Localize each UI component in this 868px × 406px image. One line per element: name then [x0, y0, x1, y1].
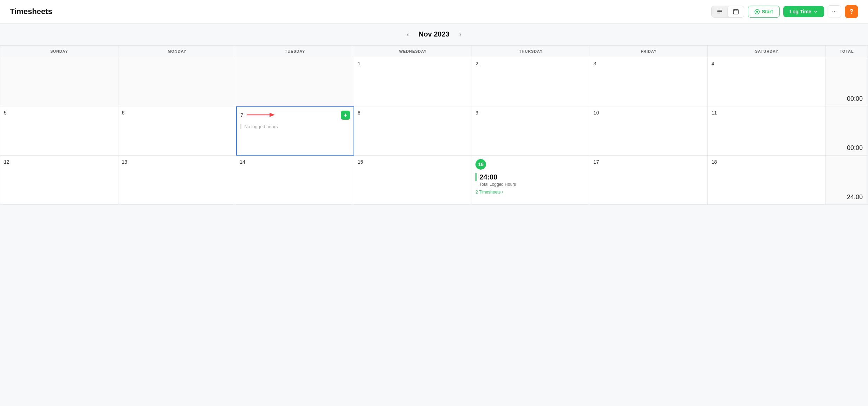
- svg-point-8: [756, 11, 758, 13]
- no-logged-hours-label: No logged hours: [240, 124, 350, 129]
- week2-total: 00:00: [826, 106, 868, 156]
- day-number-5: 5: [4, 110, 115, 116]
- cal-cell-nov16[interactable]: 16 24:00 Total Logged Hours 2 Timesheets…: [472, 156, 590, 205]
- calendar-container: SUNDAY MONDAY TUESDAY WEDNESDAY THURSDAY…: [0, 45, 868, 205]
- page-title: Timesheets: [10, 7, 52, 16]
- day-number-17: 17: [594, 159, 704, 165]
- today-circle: 16: [475, 159, 486, 170]
- cal-cell-nov5[interactable]: 5: [0, 106, 118, 156]
- day-number-15: 15: [358, 159, 468, 165]
- day-number-18: 18: [711, 159, 822, 165]
- svg-rect-3: [733, 9, 738, 14]
- day-number-7: 7 +: [240, 111, 350, 120]
- cal-cell-nov2[interactable]: 2: [472, 57, 590, 106]
- cal-cell-nov11[interactable]: 11: [708, 106, 826, 156]
- day-number-10: 10: [594, 110, 704, 116]
- view-toggle: [711, 6, 744, 18]
- app-header: Timesheets: [0, 0, 868, 24]
- calendar-grid: SUNDAY MONDAY TUESDAY WEDNESDAY THURSDAY…: [0, 45, 868, 205]
- day-number-8: 8: [358, 110, 468, 116]
- day-number-6: 6: [122, 110, 233, 116]
- col-sunday: SUNDAY: [0, 46, 118, 57]
- cal-cell-week1-sun[interactable]: [0, 57, 118, 106]
- header-actions: Start Log Time ··· ?: [711, 5, 858, 18]
- col-tuesday: TUESDAY: [236, 46, 354, 57]
- day-number-3: 3: [594, 61, 704, 66]
- week1-total: 00:00: [826, 57, 868, 106]
- cal-cell-nov4[interactable]: 4: [708, 57, 826, 106]
- cal-cell-nov12[interactable]: 12: [0, 156, 118, 205]
- add-hours-button[interactable]: +: [341, 111, 350, 120]
- cal-cell-week1-tue[interactable]: [236, 57, 354, 106]
- cal-cell-nov13[interactable]: 13: [118, 156, 237, 205]
- log-time-button[interactable]: Log Time: [783, 6, 824, 17]
- month-nav: ‹ Nov 2023 ›: [0, 24, 868, 45]
- current-month: Nov 2023: [419, 30, 449, 38]
- cal-cell-nov6[interactable]: 6: [118, 106, 237, 156]
- day-number-11: 11: [711, 110, 822, 116]
- cal-cell-nov14[interactable]: 14: [236, 156, 354, 205]
- logged-hours-label: Total Logged Hours: [475, 182, 586, 187]
- svg-rect-0: [717, 10, 722, 11]
- day-number-4: 4: [711, 61, 822, 66]
- day-number-12: 12: [4, 159, 115, 165]
- day-number-1: 1: [358, 61, 468, 66]
- logged-hours-block: 24:00 Total Logged Hours 2 Timesheets ›: [475, 173, 586, 195]
- list-view-button[interactable]: [712, 6, 728, 17]
- day-number-16: 16: [475, 159, 586, 170]
- col-thursday: THURSDAY: [472, 46, 590, 57]
- cal-cell-nov9[interactable]: 9: [472, 106, 590, 156]
- col-monday: MONDAY: [118, 46, 237, 57]
- svg-rect-1: [717, 11, 722, 12]
- col-friday: FRIDAY: [590, 46, 708, 57]
- week3-total: 24:00: [826, 156, 868, 205]
- cal-cell-nov10[interactable]: 10: [590, 106, 708, 156]
- col-saturday: SATURDAY: [708, 46, 826, 57]
- day-number-14: 14: [240, 159, 350, 165]
- cal-cell-nov1[interactable]: 1: [354, 57, 472, 106]
- cal-cell-nov7[interactable]: 7 + No logged hours: [236, 106, 354, 156]
- timesheets-link[interactable]: 2 Timesheets ›: [475, 190, 586, 195]
- cal-cell-nov18[interactable]: 18: [708, 156, 826, 205]
- prev-month-button[interactable]: ‹: [404, 29, 412, 39]
- cal-cell-nov17[interactable]: 17: [590, 156, 708, 205]
- col-total: TOTAL: [826, 46, 868, 57]
- cal-cell-nov8[interactable]: 8: [354, 106, 472, 156]
- calendar-view-button[interactable]: [728, 6, 744, 17]
- svg-rect-2: [717, 13, 722, 13]
- cal-cell-nov3[interactable]: 3: [590, 57, 708, 106]
- cal-cell-nov15[interactable]: 15: [354, 156, 472, 205]
- help-button[interactable]: ?: [845, 5, 858, 18]
- next-month-button[interactable]: ›: [456, 29, 464, 39]
- col-wednesday: WEDNESDAY: [354, 46, 472, 57]
- day-number-13: 13: [122, 159, 233, 165]
- cal-cell-week1-mon[interactable]: [118, 57, 237, 106]
- day-number-2: 2: [475, 61, 586, 66]
- start-button[interactable]: Start: [748, 6, 780, 18]
- day-number-9: 9: [475, 110, 586, 116]
- more-options-button[interactable]: ···: [828, 5, 841, 18]
- logged-hours-time: 24:00: [475, 173, 586, 181]
